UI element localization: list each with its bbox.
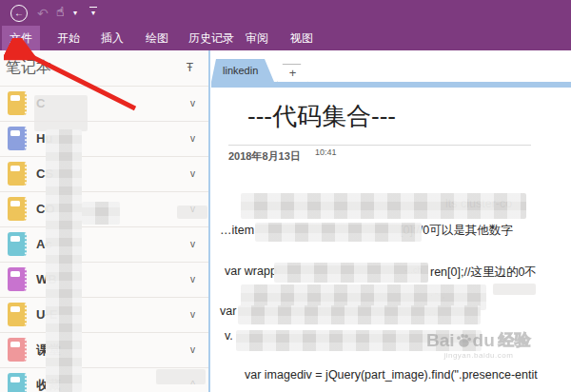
baidu-paw-icon — [456, 333, 472, 348]
chevron-down-icon[interactable]: v — [190, 239, 195, 249]
ribbon-tab-draw[interactable]: 绘图 — [138, 26, 176, 50]
notebook-sidebar: 笔记本 Ŧ C v Hu v CS v CO v Ac v — [0, 50, 210, 392]
code-fragment[interactable]: ren[0];//这里边的0不 — [430, 265, 537, 281]
ribbon-tab-view[interactable]: 视图 — [283, 26, 321, 50]
notebook-item[interactable]: WB v — [0, 262, 208, 296]
notebook-icon — [8, 197, 27, 221]
notebook-item[interactable]: Hu v — [0, 121, 208, 155]
watermark-bai-text: Bai — [426, 330, 455, 351]
blur-patch — [241, 193, 526, 219]
chevron-down-icon[interactable]: v — [190, 168, 195, 179]
ribbon-tab-review[interactable]: 审阅 — [238, 26, 276, 50]
ribbon-tab-file[interactable]: 文件 — [2, 26, 40, 50]
ribbon: ← ↶ ☝ ▾ ▾ 文件 开始 插入 绘图 历史记录 审阅 视图 — [0, 0, 571, 50]
notebook-icon — [8, 162, 27, 186]
code-fragment[interactable]: …item — [220, 224, 254, 237]
chevron-down-icon[interactable]: v — [190, 98, 195, 108]
customize-toolbar-icon[interactable]: ▾ — [89, 7, 97, 17]
page-date: 2018年8月13日 — [228, 149, 301, 164]
ribbon-tab-home[interactable]: 开始 — [49, 26, 88, 50]
watermark-url: jingyan.baidu.com — [426, 351, 531, 360]
notebook-icon — [8, 338, 27, 362]
page-time: 10:41 — [315, 147, 337, 157]
page-title[interactable]: ---代码集合--- — [247, 100, 396, 133]
notebook-item[interactable]: 课堂 v — [0, 332, 208, 366]
baidu-watermark: Bai du 经验 jingyan.baidu.com — [426, 329, 531, 360]
notebook-icon — [8, 373, 27, 392]
title-divider — [228, 145, 531, 146]
notebook-icon — [8, 267, 27, 291]
add-page-tab-button[interactable]: + — [277, 64, 308, 84]
back-icon[interactable]: ← — [10, 5, 28, 22]
ribbon-tab-history[interactable]: 历史记录 — [181, 26, 242, 50]
page-tab-linkedin[interactable]: linkedin — [211, 59, 274, 82]
chevron-down-icon[interactable]: v — [190, 274, 195, 284]
notebook-icon — [8, 91, 27, 115]
code-fragment[interactable]: var — [220, 304, 236, 318]
pin-icon[interactable]: Ŧ — [187, 61, 193, 74]
note-page[interactable]: ---代码集合--- 2018年8月13日 10:41 lts cluster-… — [211, 88, 571, 392]
blur-patch — [177, 206, 207, 219]
customize-toolbar-caret: ▾ — [91, 9, 95, 17]
notebook-icon — [8, 232, 27, 256]
blur-patch — [82, 202, 120, 225]
blur-patch — [255, 223, 422, 242]
watermark-du-text: du — [473, 330, 495, 351]
blur-patch — [34, 95, 88, 131]
notebook-header: 笔记本 Ŧ — [0, 50, 208, 86]
code-line[interactable]: var imagediv = jQuery(part_image).find("… — [245, 368, 538, 382]
blur-patch — [238, 305, 481, 324]
code-fragment[interactable]: v. — [225, 329, 233, 343]
ribbon-tab-insert[interactable]: 插入 — [93, 26, 131, 50]
notebook-item[interactable]: U-E v — [0, 297, 208, 331]
chevron-down-icon[interactable]: v — [190, 344, 195, 355]
notebook-item[interactable]: CS v — [0, 156, 208, 190]
chevron-down-icon[interactable]: v — [190, 309, 195, 320]
onenote-window: ← ↶ ☝ ▾ ▾ 文件 开始 插入 绘图 历史记录 审阅 视图 笔记本 Ŧ C… — [0, 0, 571, 392]
blur-patch — [493, 284, 536, 295]
blur-patch — [156, 369, 206, 384]
notebook-item[interactable]: Ac v — [0, 226, 208, 261]
notebook-icon — [8, 127, 27, 150]
touch-mode-icon[interactable]: ☝ — [56, 4, 65, 19]
undo-icon[interactable]: ↶ — [37, 6, 49, 21]
chevron-down-icon[interactable]: v — [190, 133, 195, 144]
touch-mode-dropdown-icon[interactable]: ▾ — [73, 9, 77, 17]
customize-toolbar-bar — [89, 7, 97, 8]
notebook-icon — [8, 303, 27, 326]
notebook-header-label: 笔记本 — [6, 58, 51, 78]
code-fragment[interactable]: var wrapp — [225, 265, 277, 278]
blur-patch — [274, 263, 428, 283]
blur-patch — [46, 129, 82, 392]
watermark-suffix-text: 经验 — [499, 329, 531, 351]
notebook-item[interactable]: C v — [0, 86, 208, 120]
